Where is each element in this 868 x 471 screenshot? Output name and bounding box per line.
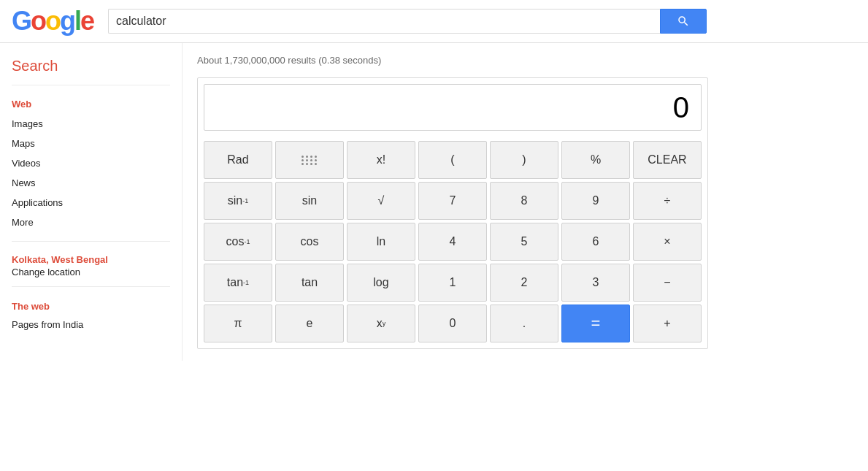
btn-pi[interactable]: π [204, 305, 272, 342]
btn-2[interactable]: 2 [490, 264, 558, 302]
btn-power[interactable]: xy [347, 305, 415, 342]
btn-arctan[interactable]: tan-1 [204, 264, 272, 302]
btn-arcsin[interactable]: sin-1 [204, 182, 272, 220]
btn-close-paren[interactable]: ) [490, 141, 558, 179]
btn-sin[interactable]: sin [275, 182, 344, 220]
btn-clear[interactable]: CLEAR [633, 141, 702, 179]
btn-8[interactable]: 8 [490, 182, 558, 220]
btn-e[interactable]: e [275, 305, 344, 342]
calc-row-1: Rad x! ( ) % CLEAR [204, 141, 702, 179]
search-button[interactable] [660, 9, 707, 34]
header: Google [0, 0, 868, 43]
location-name: Kolkata, West Bengal [12, 254, 108, 265]
filter-pages-from-india[interactable]: Pages from India [12, 315, 170, 334]
btn-subtract[interactable]: − [633, 264, 702, 302]
arcsin-sup: -1 [242, 198, 248, 204]
google-logo[interactable]: Google [12, 6, 93, 37]
btn-4[interactable]: 4 [418, 223, 487, 261]
btn-9[interactable]: 9 [561, 182, 630, 220]
calculator: 0 Rad x! ( ) % [197, 77, 708, 349]
btn-factorial[interactable]: x! [347, 141, 415, 179]
search-icon [677, 15, 690, 28]
results-info: About 1,730,000,000 results (0.38 second… [197, 55, 853, 66]
btn-1[interactable]: 1 [418, 264, 487, 302]
calc-row-4: tan-1 tan log 1 2 3 − [204, 264, 702, 302]
sidebar: Search Web Images Maps Videos News Appli… [0, 43, 183, 361]
sidebar-item-images[interactable]: Images [12, 114, 170, 134]
btn-3[interactable]: 3 [561, 264, 630, 302]
btn-ln[interactable]: ln [347, 223, 415, 261]
sidebar-divider-3 [12, 286, 170, 287]
sidebar-location: Kolkata, West Bengal Change location [12, 253, 170, 277]
sidebar-item-more[interactable]: More [12, 212, 170, 232]
sidebar-item-news[interactable]: News [12, 173, 170, 193]
btn-divide[interactable]: ÷ [633, 182, 702, 220]
power-sup: y [383, 321, 386, 327]
arccos-sup: -1 [244, 239, 250, 245]
filter-the-web[interactable]: The web [12, 297, 170, 315]
search-input[interactable] [108, 9, 660, 34]
calc-buttons: Rad x! ( ) % CLEAR [198, 137, 707, 348]
sidebar-divider-2 [12, 241, 170, 242]
calc-row-3: cos-1 cos ln 4 5 6 × [204, 223, 702, 261]
btn-rad[interactable]: Rad [204, 141, 272, 179]
sidebar-filters: The web Pages from India [12, 297, 170, 334]
btn-0[interactable]: 0 [418, 305, 487, 342]
calc-display-value: 0 [673, 91, 689, 124]
btn-percent[interactable]: % [561, 141, 630, 179]
btn-7[interactable]: 7 [418, 182, 487, 220]
btn-open-paren[interactable]: ( [418, 141, 487, 179]
btn-log[interactable]: log [347, 264, 415, 302]
sidebar-divider [12, 85, 170, 85]
arctan-sup: -1 [243, 280, 249, 286]
dot-grid-icon [302, 156, 318, 165]
btn-6[interactable]: 6 [561, 223, 630, 261]
change-location-link[interactable]: Change location [12, 267, 170, 277]
sidebar-item-maps[interactable]: Maps [12, 134, 170, 153]
sidebar-item-applications[interactable]: Applications [12, 193, 170, 212]
search-bar [108, 9, 707, 34]
btn-sqrt[interactable]: √ [347, 182, 415, 220]
sidebar-item-videos[interactable]: Videos [12, 153, 170, 173]
btn-equals[interactable]: = [561, 305, 630, 342]
main-layout: Search Web Images Maps Videos News Appli… [0, 43, 868, 361]
btn-dots[interactable] [275, 141, 344, 179]
btn-arccos[interactable]: cos-1 [204, 223, 272, 261]
content-area: About 1,730,000,000 results (0.38 second… [183, 43, 868, 361]
sidebar-item-web[interactable]: Web [12, 94, 170, 114]
calc-row-5: π e xy 0 . = + [204, 305, 702, 342]
btn-tan[interactable]: tan [275, 264, 344, 302]
btn-add[interactable]: + [633, 305, 702, 342]
btn-multiply[interactable]: × [633, 223, 702, 261]
sidebar-title: Search [12, 58, 170, 74]
btn-decimal[interactable]: . [490, 305, 558, 342]
calc-display: 0 [204, 84, 702, 131]
calc-row-2: sin-1 sin √ 7 8 9 ÷ [204, 182, 702, 220]
btn-cos[interactable]: cos [275, 223, 344, 261]
btn-5[interactable]: 5 [490, 223, 558, 261]
